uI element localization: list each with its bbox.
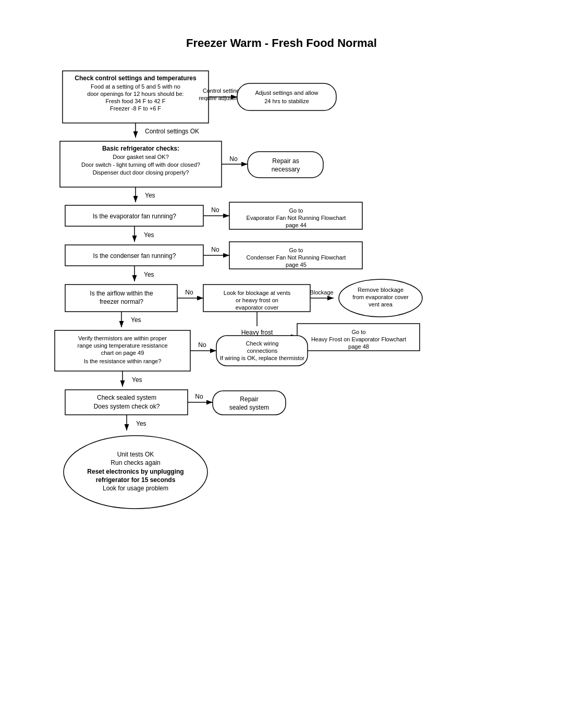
svg-text:No: No: [229, 155, 238, 163]
page-title: Freezer Warm - Fresh Food Normal: [31, 36, 532, 50]
svg-text:Evaporator Fan Not Running Flo: Evaporator Fan Not Running Flowchart: [247, 215, 346, 221]
svg-text:Blockage: Blockage: [310, 289, 333, 295]
svg-text:No: No: [185, 289, 193, 296]
svg-text:No: No: [211, 206, 219, 214]
svg-text:freezer normal?: freezer normal?: [100, 298, 143, 305]
svg-text:Door gasket seal OK?: Door gasket seal OK?: [113, 154, 169, 160]
svg-text:Yes: Yes: [132, 376, 142, 384]
svg-text:Repair as: Repair as: [272, 157, 299, 165]
svg-text:Heavy frost: Heavy frost: [241, 329, 273, 336]
svg-text:vent area: vent area: [369, 301, 393, 307]
svg-text:Is the resistance within range: Is the resistance within range?: [84, 358, 162, 364]
svg-text:Door switch - light turning of: Door switch - light turning off with doo…: [81, 162, 200, 168]
svg-text:If wiring is OK, replace therm: If wiring is OK, replace thermistor: [220, 355, 304, 361]
svg-text:Check wiring: Check wiring: [246, 340, 279, 347]
svg-rect-10: [237, 83, 336, 110]
svg-text:door openings for 12 hours sho: door openings for 12 hours should be:: [87, 91, 183, 97]
svg-text:24 hrs to stabilize: 24 hrs to stabilize: [264, 98, 309, 104]
svg-text:No: No: [198, 341, 206, 349]
svg-text:No: No: [195, 393, 203, 400]
svg-text:Control settings OK: Control settings OK: [145, 128, 199, 135]
svg-text:refrigerator for 15 seconds: refrigerator for 15 seconds: [96, 476, 176, 484]
svg-text:Basic refrigerator checks:: Basic refrigerator checks:: [102, 145, 179, 152]
svg-text:Adjust settings and allow: Adjust settings and allow: [255, 90, 318, 96]
svg-text:from evaporator cover: from evaporator cover: [352, 294, 409, 300]
svg-text:Go to: Go to: [289, 207, 303, 214]
svg-text:page 45: page 45: [286, 262, 307, 268]
svg-text:Remove blockage: Remove blockage: [358, 287, 403, 293]
svg-text:page 44: page 44: [286, 222, 307, 228]
svg-text:Fresh food 34 F to 42 F: Fresh food 34 F to 42 F: [106, 98, 166, 104]
svg-text:range using temperature resist: range using temperature resistance: [77, 342, 167, 349]
svg-text:Go to: Go to: [289, 247, 303, 253]
svg-text:Does system check ok?: Does system check ok?: [94, 403, 160, 410]
svg-text:Look for usage problem: Look for usage problem: [103, 485, 168, 492]
svg-text:sealed system: sealed system: [229, 404, 270, 411]
svg-text:Freezer -8 F to +6 F: Freezer -8 F to +6 F: [110, 105, 161, 112]
svg-text:Heavy Frost on Evaporator Flow: Heavy Frost on Evaporator Flowchart: [311, 336, 406, 342]
svg-text:Yes: Yes: [131, 316, 141, 324]
svg-text:evaporator cover: evaporator cover: [236, 304, 279, 311]
svg-text:Food at a setting of 5 and 5 w: Food at a setting of 5 and 5 with no: [91, 83, 180, 90]
svg-rect-89: [213, 391, 286, 415]
svg-text:Yes: Yes: [136, 420, 146, 427]
svg-text:Yes: Yes: [144, 231, 154, 239]
page: Freezer Warm - Fresh Food Normal Check c…: [0, 0, 563, 728]
svg-text:Check sealed system: Check sealed system: [97, 394, 156, 401]
svg-text:Control settings: Control settings: [203, 88, 243, 94]
svg-text:or heavy frost on: or heavy frost on: [236, 297, 278, 303]
svg-text:Yes: Yes: [145, 192, 155, 199]
svg-text:Unit tests OK: Unit tests OK: [117, 451, 154, 458]
svg-text:Condenser Fan Not Running Flow: Condenser Fan Not Running Flowchart: [247, 254, 346, 261]
svg-text:Is the evaporator fan running?: Is the evaporator fan running?: [93, 213, 176, 220]
svg-text:Check control settings and tem: Check control settings and temperatures: [75, 75, 197, 82]
svg-text:Yes: Yes: [144, 271, 154, 278]
svg-text:Repair: Repair: [240, 396, 258, 403]
svg-text:chart on page 49: chart on page 49: [101, 350, 144, 356]
svg-rect-22: [248, 152, 323, 178]
svg-text:connections: connections: [247, 348, 278, 354]
svg-text:Verify thermistors are within : Verify thermistors are within proper: [78, 335, 167, 341]
flowchart: Check control settings and temperatures …: [31, 60, 532, 722]
svg-text:Is the condenser fan running?: Is the condenser fan running?: [93, 252, 176, 260]
svg-text:Dispenser duct door closing pr: Dispenser duct door closing properly?: [93, 169, 189, 176]
svg-text:Look for blockage at vents: Look for blockage at vents: [224, 290, 291, 296]
svg-text:necessary: necessary: [272, 166, 300, 173]
svg-text:Reset electronics by unpluggin: Reset electronics by unplugging: [87, 468, 183, 475]
svg-text:page 48: page 48: [348, 343, 369, 350]
svg-text:Is the airflow within the: Is the airflow within the: [90, 290, 153, 297]
svg-text:No: No: [211, 246, 219, 253]
svg-text:Go to: Go to: [352, 329, 366, 335]
svg-text:Run checks again: Run checks again: [111, 459, 160, 466]
